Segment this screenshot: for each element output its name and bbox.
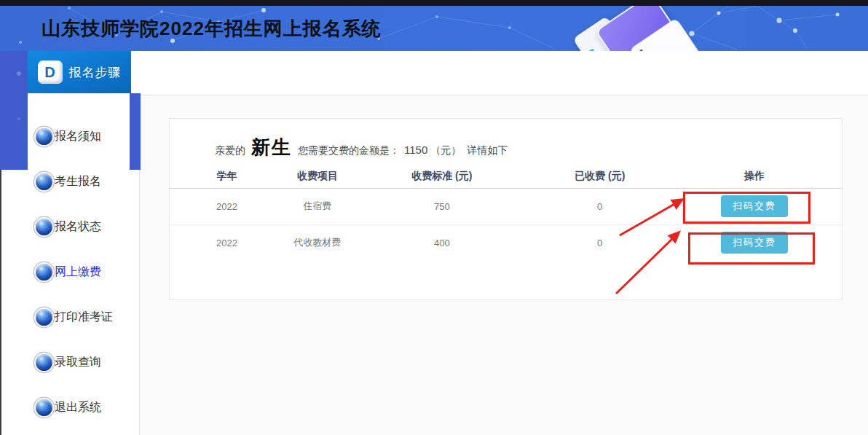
sidebar-item-label: 退出系统 (55, 400, 101, 415)
sidebar-item-registration-notice[interactable]: 报名须知 (28, 114, 130, 159)
cell-paid: 0 (532, 188, 667, 224)
table-row: 2022 住宿费 750 0 扫码交费 (170, 188, 842, 224)
cell-paid: 0 (532, 224, 667, 261)
scan-pay-button-row1[interactable]: 扫码交费 (721, 195, 788, 217)
menu-bullet-icon (36, 219, 52, 235)
fee-table: 学年 收费项目 收费标准 (元) 已收费 (元) 操作 2022 住宿费 750… (170, 165, 842, 261)
sidebar-item-label: 报名须知 (55, 129, 101, 144)
greeting-line: 亲爱的新生您需要交费的金额是：1150（元）详情如下 (215, 135, 842, 160)
sidebar-item-admission-query[interactable]: 录取查询 (28, 340, 130, 385)
sidebar-item-print-admission-ticket[interactable]: 打印准考证 (28, 294, 130, 340)
col-fee-item: 收费项目 (284, 165, 351, 188)
sidebar-header-label: 报名步骤 (69, 64, 122, 81)
content-top-bar-patch (131, 51, 141, 93)
sidebar-menu: 报名须知 考生报名 报名状态 网上缴费 打印准考证 录取查询 退出系统 (28, 93, 130, 430)
sidebar-header: D 报名步骤 (28, 51, 131, 93)
menu-bullet-icon (36, 264, 52, 281)
greeting-middle: 您需要交费的金额是： (298, 144, 400, 156)
cell-year: 2022 (170, 188, 284, 224)
sidebar-item-online-payment[interactable]: 网上缴费 (28, 249, 130, 294)
fee-table-header-row: 学年 收费项目 收费标准 (元) 已收费 (元) 操作 (170, 165, 842, 188)
menu-bullet-icon (36, 399, 52, 416)
amount-unit: （元） (430, 144, 461, 156)
cell-year: 2022 (170, 224, 284, 261)
scan-pay-button-row2[interactable]: 扫码交费 (721, 232, 788, 254)
cell-fee-standard: 750 (351, 188, 532, 224)
app-logo-icon: D (38, 60, 63, 84)
menu-bullet-icon (36, 173, 52, 190)
col-action: 操作 (667, 165, 842, 188)
table-row: 2022 代收教材费 400 0 扫码交费 (170, 224, 842, 261)
sidebar-item-label: 报名状态 (55, 219, 101, 235)
sidebar-item-registration-status[interactable]: 报名状态 (28, 204, 130, 249)
col-year: 学年 (170, 165, 284, 188)
amount-due: 1150 (404, 144, 427, 156)
app-header: 山东技师学院2022年招生网上报名系统 (0, 6, 868, 51)
menu-bullet-icon (36, 128, 52, 145)
content-top-bar (141, 51, 868, 95)
greeting-suffix: 详情如下 (467, 144, 508, 156)
student-name: 新生 (251, 136, 292, 158)
app-window: 山东技师学院2022年招生网上报名系统 D 报名步骤 报名须知 考生报名 报名状… (0, 0, 868, 435)
sidebar-item-label: 考生报名 (55, 174, 101, 189)
window-top-edge (0, 0, 868, 6)
sidebar-item-candidate-registration[interactable]: 考生报名 (28, 159, 130, 204)
menu-bullet-icon (36, 354, 52, 371)
col-fee-standard: 收费标准 (元) (351, 165, 532, 188)
menu-bullet-icon (36, 309, 52, 326)
payment-panel: 亲爱的新生您需要交费的金额是：1150（元）详情如下 学年 收费项目 收费标准 … (169, 118, 843, 300)
window-left-edge (0, 170, 1, 435)
sidebar-item-label: 打印准考证 (55, 310, 113, 325)
sidebar-item-label: 网上缴费 (55, 264, 101, 280)
cell-fee-item: 住宿费 (284, 188, 351, 224)
cell-fee-item: 代收教材费 (284, 224, 351, 261)
sidebar-item-label: 录取查询 (55, 355, 101, 370)
sidebar-item-logout[interactable]: 退出系统 (28, 385, 130, 430)
page-title: 山东技师学院2022年招生网上报名系统 (42, 6, 382, 51)
greeting-prefix: 亲爱的 (215, 144, 245, 156)
cell-fee-standard: 400 (351, 224, 532, 261)
col-paid: 已收费 (元) (532, 165, 667, 188)
